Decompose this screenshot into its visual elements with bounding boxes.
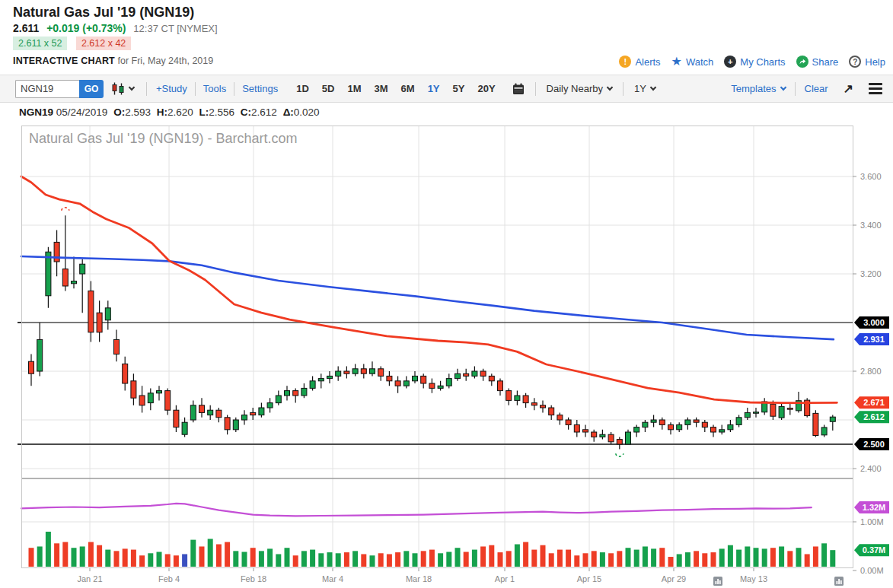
volume-bar xyxy=(413,553,418,567)
menu-icon[interactable] xyxy=(869,81,882,97)
volume-bar xyxy=(600,552,605,567)
candlestick xyxy=(336,371,341,376)
chart-axes: Jan 21Feb 4Feb 18Mar 4Mar 18Apr 1Apr 15A… xyxy=(18,126,889,584)
add-study-button[interactable]: +Study xyxy=(156,83,187,94)
candlestick xyxy=(123,364,128,383)
watch-button[interactable]: ★ Watch xyxy=(671,56,714,68)
candlestick xyxy=(634,427,639,432)
candlestick xyxy=(72,281,77,284)
chart-type-dropdown[interactable] xyxy=(111,82,134,95)
timeframe-5y[interactable]: 5Y xyxy=(453,83,465,94)
candlestick xyxy=(728,424,733,429)
candlestick xyxy=(583,430,588,432)
candlestick xyxy=(446,379,451,386)
price-badge-label: 2.500 xyxy=(863,440,885,449)
volume-bar xyxy=(293,555,298,567)
go-button[interactable]: GO xyxy=(79,80,104,98)
volume-bar xyxy=(515,545,520,567)
volume-bar xyxy=(327,552,333,567)
divider xyxy=(234,82,234,96)
candlestick xyxy=(165,391,171,411)
candlestick xyxy=(97,313,102,332)
volume-bar xyxy=(541,545,546,567)
volume-bar xyxy=(46,532,51,567)
volume-bar xyxy=(370,555,375,567)
chevron-down-icon xyxy=(129,84,135,91)
candlestick xyxy=(114,339,120,354)
volume-bar xyxy=(114,551,120,567)
candlestick xyxy=(208,410,213,415)
candlestick xyxy=(515,396,520,400)
my-charts-button[interactable]: + My Charts xyxy=(724,56,785,68)
candlestick xyxy=(318,379,324,381)
volume-bar xyxy=(455,548,461,567)
volume-bar xyxy=(651,548,656,567)
volume-bar xyxy=(634,550,639,567)
calendar-button[interactable] xyxy=(512,83,525,95)
help-button[interactable]: ? Help xyxy=(849,56,885,68)
divider xyxy=(535,82,536,96)
price-chart[interactable]: Jan 21Feb 4Feb 18Mar 4Mar 18Apr 1Apr 15A… xyxy=(0,126,893,588)
timeframe-5d[interactable]: 5D xyxy=(322,83,335,94)
candlestick xyxy=(259,408,264,415)
candlestick xyxy=(80,264,85,274)
bid-ask-row: 2.611 x 52 2.612 x 42 xyxy=(13,38,131,49)
candlestick xyxy=(62,269,68,286)
ohlc-date: 05/24/2019 xyxy=(56,106,108,118)
candlestick xyxy=(541,405,546,408)
volume-bar xyxy=(523,542,528,567)
plus-circle-icon: + xyxy=(724,56,736,68)
candlestick xyxy=(105,308,110,320)
symbol-input[interactable] xyxy=(15,80,79,98)
candlestick xyxy=(182,422,187,434)
y-axis-label: 3.600 xyxy=(860,172,882,181)
volume-bar xyxy=(583,553,588,567)
volume-bar xyxy=(157,552,162,567)
templates-dropdown[interactable]: Templates xyxy=(731,83,785,94)
timeframe-1y[interactable]: 1Y xyxy=(428,83,440,94)
candlestick xyxy=(770,404,776,416)
timeframe-6m[interactable]: 6M xyxy=(401,83,415,94)
candlestick xyxy=(395,381,400,386)
timeframe-20y[interactable]: 20Y xyxy=(477,83,495,94)
alerts-button[interactable]: ! Alerts xyxy=(619,56,660,68)
volume-bar xyxy=(165,554,171,567)
clear-button[interactable]: Clear xyxy=(805,83,828,94)
divider xyxy=(623,82,624,96)
candlestick xyxy=(455,373,461,378)
volume-bar xyxy=(352,551,358,567)
price-badge-label: 3.000 xyxy=(863,318,885,327)
page-title: Natural Gas Jul '19 (NGN19) xyxy=(13,5,194,21)
volume-panel-icon[interactable] xyxy=(713,577,722,586)
volume-panel-icon[interactable] xyxy=(834,577,844,586)
volume-bar xyxy=(719,548,725,567)
y-axis-label: 0.00M xyxy=(860,566,884,575)
contract-low-marker xyxy=(616,453,624,456)
expand-icon[interactable]: ↗ xyxy=(844,81,853,96)
range-dropdown[interactable]: 1Y xyxy=(634,83,655,94)
candlestick xyxy=(131,381,136,398)
volume-bar xyxy=(242,552,247,567)
timeframe-1d[interactable]: 1D xyxy=(296,83,309,94)
candlestick xyxy=(413,376,418,380)
candlestick xyxy=(438,386,443,388)
slow-moving-average-line xyxy=(21,256,834,339)
contract-high-marker xyxy=(62,208,69,211)
price-badge-label: 2.612 xyxy=(863,412,885,421)
volume-bar xyxy=(762,548,767,567)
settings-button[interactable]: Settings xyxy=(242,83,278,94)
tools-button[interactable]: Tools xyxy=(203,83,226,94)
timeframe-1m[interactable]: 1M xyxy=(347,83,361,94)
volume-bar xyxy=(643,546,648,567)
volume-bar xyxy=(702,553,707,567)
candlestick xyxy=(46,252,51,296)
y-axis-label: 2.400 xyxy=(860,464,882,473)
volume-bar xyxy=(387,554,392,567)
x-axis-label: Apr 1 xyxy=(495,574,515,583)
candlestick xyxy=(199,405,205,413)
frequency-dropdown[interactable]: Daily Nearby xyxy=(547,83,612,94)
timeframe-3m[interactable]: 3M xyxy=(375,83,388,94)
x-axis-label: Mar 18 xyxy=(406,574,432,583)
share-button[interactable]: Share xyxy=(796,56,839,68)
candlestick xyxy=(685,420,690,424)
